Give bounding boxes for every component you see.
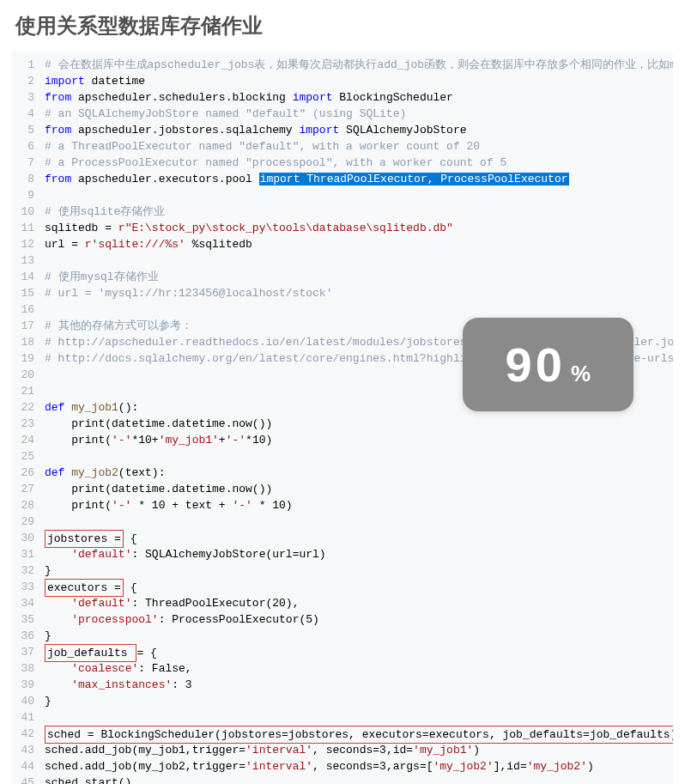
code-line: print(datetime.datetime.now()) (45, 416, 670, 432)
line-number: 2 (15, 73, 34, 89)
line-number: 33 (15, 579, 34, 595)
code-line: from apscheduler.executors.pool import T… (45, 171, 670, 187)
code-line: # 会在数据库中生成apscheduler_jobs表，如果每次启动都执行add… (45, 57, 670, 73)
code-line: # 使用sqlite存储作业 (45, 204, 670, 220)
code-line: sched.start() (45, 775, 670, 784)
page-title: 使用关系型数据库存储作业 (0, 0, 685, 48)
overlay-badge: 90 % (463, 318, 633, 411)
highlight-box: job_defaults (45, 644, 136, 662)
line-number: 24 (15, 432, 34, 448)
line-number: 22 (15, 399, 34, 416)
line-number: 10 (15, 204, 34, 220)
line-number: 31 (15, 546, 34, 562)
code-line: # a ProcessPoolExecutor named "processpo… (45, 155, 670, 171)
line-number: 11 (15, 220, 34, 236)
line-gutter: 1234567891011121314151617181920212223242… (12, 52, 41, 784)
code-line: def my_job2(text): (45, 465, 670, 481)
line-number: 19 (15, 350, 34, 367)
document-container: 使用关系型数据库存储作业 123456789101112131415161718… (0, 0, 685, 784)
line-number: 14 (15, 269, 34, 285)
code-line: 'coalesce': False, (45, 660, 670, 677)
line-number: 3 (15, 89, 34, 106)
code-line: executors = { (45, 579, 670, 595)
line-number: 42 (15, 726, 34, 742)
overlay-value: 90 (506, 337, 566, 392)
code-line: url = r'sqlite:///%s' %sqlitedb (45, 236, 670, 252)
line-number: 15 (15, 285, 34, 301)
line-number: 12 (15, 236, 34, 252)
code-line: 'processpool': ProcessPoolExecutor(5) (45, 611, 670, 628)
line-number: 40 (15, 693, 34, 709)
line-number: 16 (15, 301, 34, 318)
code-line: } (45, 693, 670, 709)
line-number: 13 (15, 252, 34, 269)
line-number: 9 (15, 187, 34, 204)
line-number: 37 (15, 644, 34, 660)
line-number: 7 (15, 155, 34, 171)
code-line: } (45, 628, 670, 644)
code-line: 'default': SQLAlchemyJobStore(url=url) (45, 546, 670, 562)
code-line: } (45, 562, 670, 579)
line-number: 36 (15, 628, 34, 644)
line-number: 39 (15, 677, 34, 693)
code-line: job_defaults = { (45, 644, 670, 660)
code-line: 'default': ThreadPoolExecutor(20), (45, 595, 670, 611)
code-line: # 使用mysql存储作业 (45, 269, 670, 285)
line-number: 38 (15, 660, 34, 677)
code-line (45, 252, 670, 269)
highlight-box: jobstores = (45, 530, 124, 548)
line-number: 45 (15, 775, 34, 784)
line-number: 34 (15, 595, 34, 611)
code-line (45, 709, 670, 726)
line-number: 21 (15, 383, 34, 399)
code-block: 1234567891011121314151617181920212223242… (12, 52, 673, 784)
line-number: 6 (15, 138, 34, 155)
code-line: sqlitedb = r"E:\stock_py\stock_py\tools\… (45, 220, 670, 236)
code-area[interactable]: # 会在数据库中生成apscheduler_jobs表，如果每次启动都执行add… (41, 52, 673, 784)
code-line: import datetime (45, 73, 670, 89)
code-line: print('-' * 10 + text + '-' * 10) (45, 497, 670, 514)
line-number: 5 (15, 122, 34, 138)
line-number: 29 (15, 514, 34, 530)
code-line: sched.add_job(my_job1,trigger='interval'… (45, 742, 670, 758)
line-number: 17 (15, 318, 34, 334)
code-line: sched.add_job(my_job2,trigger='interval'… (45, 758, 670, 775)
code-line: 'max_instances': 3 (45, 677, 670, 693)
line-number: 1 (15, 57, 34, 73)
code-line: jobstores = { (45, 530, 670, 546)
code-line: print('-'*10+'my_job1'+'-'*10) (45, 432, 670, 448)
highlight-box: executors = (45, 579, 124, 597)
code-line: print(datetime.datetime.now()) (45, 481, 670, 497)
highlight-box: sched = BlockingScheduler(jobstores=jobs… (45, 726, 673, 744)
line-number: 23 (15, 416, 34, 432)
overlay-unit: % (571, 361, 591, 387)
code-line: # url = 'mysql://hr:123456@localhost/sto… (45, 285, 670, 301)
line-number: 28 (15, 497, 34, 514)
code-line: from apscheduler.jobstores.sqlalchemy im… (45, 122, 670, 138)
code-line: # an SQLAlchemyJobStore named "default" … (45, 106, 670, 122)
line-number: 30 (15, 530, 34, 546)
line-number: 4 (15, 106, 34, 122)
code-line (45, 514, 670, 530)
line-number: 44 (15, 758, 34, 775)
line-number: 26 (15, 465, 34, 481)
line-number: 43 (15, 742, 34, 758)
code-line (45, 448, 670, 465)
line-number: 18 (15, 334, 34, 350)
line-number: 41 (15, 709, 34, 726)
code-line: sched = BlockingScheduler(jobstores=jobs… (45, 726, 670, 742)
code-line (45, 301, 670, 318)
line-number: 25 (15, 448, 34, 465)
code-line (45, 187, 670, 204)
line-number: 8 (15, 171, 34, 187)
line-number: 35 (15, 611, 34, 628)
code-line: from apscheduler.schedulers.blocking imp… (45, 89, 670, 106)
code-line: # a ThreadPoolExecutor named "default", … (45, 138, 670, 155)
line-number: 20 (15, 367, 34, 383)
line-number: 27 (15, 481, 34, 497)
line-number: 32 (15, 562, 34, 579)
